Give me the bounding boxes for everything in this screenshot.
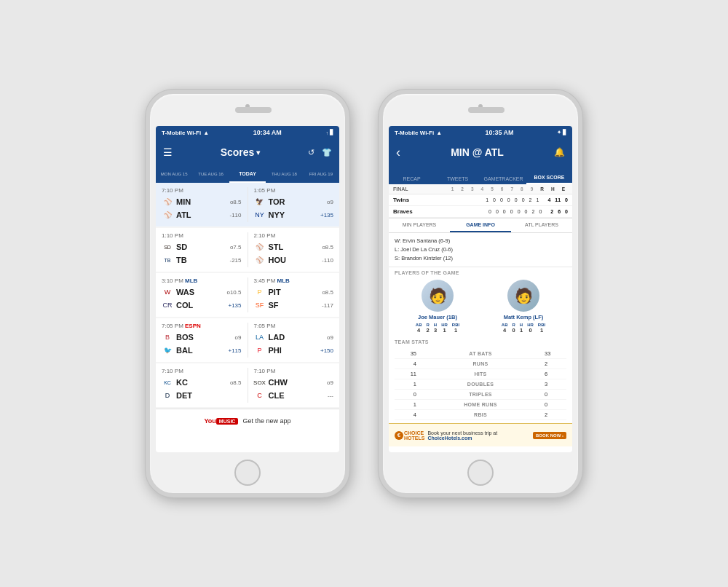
game-chw-cle[interactable]: 7:10 PM SOX CHW o9 C CLE --- (248, 368, 334, 403)
tab-recap[interactable]: RECAP (389, 176, 435, 184)
team-nyy: NY NYY +135 (254, 209, 334, 221)
status-right-right: ✦ ▊ (557, 130, 566, 135)
tab-fri-aug19[interactable]: FRI AUG 19 (303, 165, 339, 183)
team-name-sf: SF (269, 301, 279, 310)
tab-mon-aug15[interactable]: MON AUG 15 (156, 165, 192, 183)
team-lad: LA LAD o9 (254, 331, 334, 343)
team-det: D DET (162, 390, 242, 401)
braves-e: 0 (565, 209, 568, 214)
twins-inn5: 0 (515, 197, 518, 202)
game-lad-phi[interactable]: 7:05 PM LA LAD o9 P PHI +150 (248, 323, 334, 358)
twins-score-row: Twins 1 0 0 0 0 0 2 1 4 11 0 (389, 194, 572, 206)
game-stl-hou[interactable]: 2:10 PM ⚾ STL o8.5 ⚾ HOU -110 (248, 232, 334, 267)
game-row-2[interactable]: 1:10 PM SD SD o7.5 TB TB -215 (156, 228, 339, 272)
team-name-col: COL (176, 301, 193, 310)
twins-h: 11 (555, 197, 561, 202)
inn-1: 1 (451, 186, 454, 192)
odds-nyy: +135 (320, 212, 333, 218)
logo-col: CR (162, 299, 173, 311)
back-button[interactable]: ‹ (396, 145, 400, 160)
bell-icon[interactable]: 🔔 (554, 147, 565, 157)
status-bar-left: T-Mobile Wi-Fi ▲ 10:34 AM ↑ ▊ (156, 126, 339, 139)
team-bos: B BOS o9 (162, 331, 242, 343)
shirt-icon[interactable]: 👕 (322, 148, 332, 157)
date-tabs: MON AUG 15 TUE AUG 16 TODAY THU AUG 18 F… (156, 165, 339, 183)
ad-banner-right[interactable]: € CHOICEHOTELS Book your next business t… (389, 423, 572, 446)
status-left: T-Mobile Wi-Fi ▲ (162, 130, 209, 136)
tab-min-players[interactable]: MIN PLAYERS (389, 218, 450, 232)
tab-today[interactable]: TODAY (229, 165, 266, 183)
stat-triples-label: TRIPLES (416, 392, 545, 397)
tab-tue-aug16[interactable]: TUE AUG 16 (192, 165, 229, 183)
potg-players: 🧑 Joe Mauer (1B) AB 4 R 2 (395, 280, 566, 334)
logo-det: D (162, 390, 173, 401)
choice-icon: € (395, 431, 403, 440)
game-row-1[interactable]: 7:10 PM ⚾ MIN o8.5 ⚾ ATL -110 (156, 183, 339, 226)
team-name-bos: BOS (176, 333, 194, 342)
team-kc: KC KC o8.5 (162, 377, 242, 388)
wifi-icon-right: ▲ (436, 130, 442, 136)
team-name-atl: ATL (176, 210, 191, 219)
odds-chw: o9 (327, 379, 333, 386)
odds-tor: o9 (327, 199, 333, 205)
tab-boxscore[interactable]: BOX SCORE (526, 175, 572, 184)
game-bos-bal[interactable]: 7:05 PM ESPN B BOS o9 🐦 BAL +115 (162, 323, 248, 358)
stat-hits-left: 11 (395, 371, 416, 377)
stat-doubles-left: 1 (395, 381, 416, 387)
game-was-col[interactable]: 3:10 PM MLB W WAS o10.5 CR COL +135 (162, 277, 248, 312)
stat-hits-right: 6 (545, 371, 566, 377)
p2-h-val: 1 (520, 327, 523, 334)
refresh-icon[interactable]: ↺ (308, 148, 314, 157)
dropdown-icon[interactable]: ▾ (256, 149, 260, 157)
logo-bal: 🐦 (162, 344, 173, 356)
team-atl: ⚾ ATL -110 (162, 209, 242, 221)
nav-bar-left: ☰ Scores ▾ ↺ 👕 (156, 139, 339, 165)
status-time-left: 10:34 AM (253, 129, 282, 136)
game-row-5[interactable]: 7:10 PM KC KC o8.5 D DET (156, 363, 339, 407)
braves-inn3: 0 (503, 209, 506, 214)
tab-gametracker[interactable]: GAMETRACKER (480, 176, 526, 184)
logo-stl: ⚾ (254, 241, 266, 253)
game-sd-tb[interactable]: 1:10 PM SD SD o7.5 TB TB -215 (162, 232, 248, 267)
book-now-button[interactable]: BOOK NOW › (533, 432, 566, 439)
game-row-3[interactable]: 3:10 PM MLB W WAS o10.5 CR COL +135 (156, 273, 339, 317)
potg-section: PLAYERS OF THE GAME 🧑 Joe Mauer (1B) AB … (389, 267, 572, 336)
home-button-right[interactable] (467, 460, 494, 486)
ad-banner-left[interactable]: YouMUSIC Get the new app (156, 409, 339, 432)
stat-runs-left: 4 (395, 361, 416, 367)
odds-hou: -110 (322, 257, 333, 264)
home-button[interactable] (234, 460, 261, 486)
stat-atbats-right: 33 (545, 350, 566, 357)
logo-tb: TB (162, 254, 173, 266)
team-tb: TB TB -215 (162, 254, 242, 266)
stat-doubles: 1 DOUBLES 3 (395, 379, 566, 390)
game-info-section: W: Ervin Santana (6-9) L: Joel De La Cru… (389, 233, 572, 267)
team-name-tor: TOR (269, 197, 285, 206)
game-kc-det[interactable]: 7:10 PM KC KC o8.5 D DET (162, 368, 248, 403)
odds-min: o8.5 (230, 199, 242, 205)
scores-content: 7:10 PM ⚾ MIN o8.5 ⚾ ATL -110 (156, 183, 339, 409)
logo-atl: ⚾ (162, 209, 173, 221)
game-row-4[interactable]: 7:05 PM ESPN B BOS o9 🐦 BAL +115 (156, 318, 339, 362)
odds-stl: o8.5 (322, 244, 333, 251)
game-tor-nyy[interactable]: 1:05 PM 🦅 TOR o9 NY NYY +135 (248, 187, 334, 222)
game-time-bos: 7:05 PM ESPN (162, 323, 242, 329)
tab-tweets[interactable]: TWEETS (435, 176, 480, 184)
game-tabs: RECAP TWEETS GAMETRACKER BOX SCORE (389, 165, 572, 184)
player-tabs: MIN PLAYERS GAME INFO ATL PLAYERS (389, 218, 572, 233)
game-info-s: S: Brandon Kintzler (12) (395, 254, 566, 263)
team-hou: ⚾ HOU -110 (254, 254, 334, 266)
p2-hr-val: 0 (527, 327, 534, 334)
logo-nyy: NY (254, 209, 266, 221)
col-h: H (551, 186, 555, 192)
menu-icon[interactable]: ☰ (163, 146, 173, 158)
odds-phi: +150 (320, 347, 333, 354)
tab-atl-players[interactable]: ATL PLAYERS (511, 218, 572, 232)
game-time-stl: 2:10 PM (254, 232, 334, 239)
tab-game-info[interactable]: GAME INFO (450, 218, 511, 232)
game-min-atl[interactable]: 7:10 PM ⚾ MIN o8.5 ⚾ ATL -110 (162, 187, 248, 222)
stat-triples-right: 0 (545, 391, 566, 398)
tab-thu-aug18[interactable]: THU AUG 18 (266, 165, 302, 183)
phone-speaker-right (468, 107, 505, 113)
game-pit-sf[interactable]: 3:45 PM MLB P PIT o8.5 SF SF -117 (248, 277, 334, 312)
